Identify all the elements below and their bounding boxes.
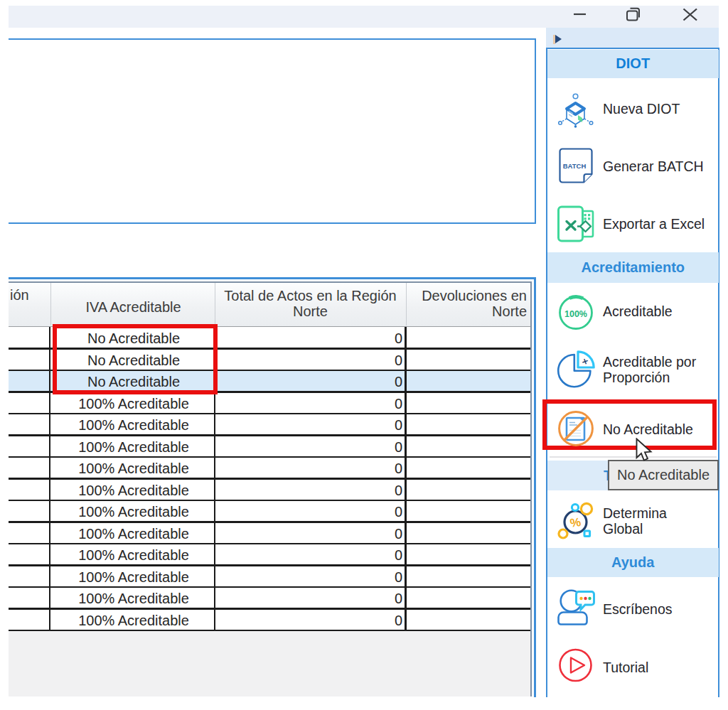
svg-text:100%: 100% bbox=[564, 309, 587, 319]
svg-text:%: % bbox=[569, 515, 582, 530]
svg-text:BATCH: BATCH bbox=[563, 162, 587, 170]
